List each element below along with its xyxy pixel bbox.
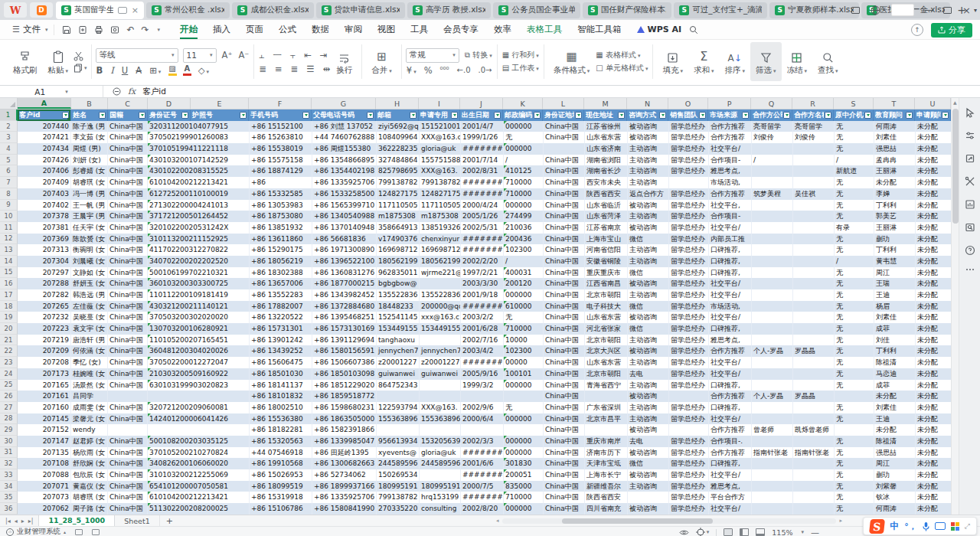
document-tab[interactable]: S国任财产保险样本.: [583, 2, 672, 18]
cell-O32[interactable]: 留学总经办: [669, 458, 709, 469]
document-tab[interactable]: S高学历 教授.xlsx: [407, 2, 491, 18]
cell-H29[interactable]: [377, 424, 420, 436]
cell-A15[interactable]: 207297: [18, 267, 71, 279]
cell-O34[interactable]: 留学总经办: [669, 481, 709, 492]
fx-icon[interactable]: fx: [128, 87, 136, 96]
filter-dropdown-icon[interactable]: [302, 112, 309, 119]
cell-L26[interactable]: China中国: [544, 391, 585, 402]
cell-Q19[interactable]: [752, 312, 793, 323]
cell-B33[interactable]: 包欣辰 (女: [71, 469, 108, 481]
cell-K27[interactable]: 无: [504, 402, 544, 413]
cell-P30[interactable]: 合作项目-.: [709, 436, 752, 447]
cell-Q26[interactable]: 个人-罗晶: [752, 391, 793, 402]
cell-L6[interactable]: China中国: [544, 165, 585, 177]
cell-G33[interactable]: +86 52734062: [312, 469, 377, 481]
cell-G12[interactable]: +86 56681836: [312, 234, 377, 245]
row-number[interactable]: 12: [0, 234, 18, 245]
cell-H2[interactable]: ziyi5692@q: [377, 121, 420, 132]
header-cell-G[interactable]: 父母电话号码: [312, 109, 376, 121]
cell-U12[interactable]: 未分配: [916, 234, 951, 245]
decrease-decimal-icon[interactable]: .0→: [478, 66, 493, 74]
italic-icon[interactable]: I: [109, 65, 115, 76]
cell-N35[interactable]: [628, 492, 669, 503]
cell-N32[interactable]: 微信: [628, 458, 669, 469]
cell-N17[interactable]: 主动咨询: [628, 289, 669, 301]
cell-C11[interactable]: China中国: [108, 222, 148, 234]
cell-K12[interactable]: 200436: [504, 234, 544, 245]
cell-T20[interactable]: 成菲: [874, 323, 916, 335]
cell-H22[interactable]: jennychen7: [377, 345, 420, 357]
cell-Q5[interactable]: /: [752, 155, 793, 166]
cell-O2[interactable]: 留学总经办: [669, 121, 709, 132]
cell-K5[interactable]: /: [504, 155, 544, 166]
cell-J23[interactable]: ########: [461, 357, 504, 368]
cell-J36[interactable]: 2002/8/20: [461, 503, 504, 515]
clear-format-icon[interactable]: ◇▾: [198, 65, 210, 76]
cell-L3[interactable]: China中国: [544, 132, 585, 143]
cell-F12[interactable]: +86 13611860: [250, 234, 312, 245]
header-cell-F[interactable]: 手机号码: [249, 109, 312, 121]
cell-M16[interactable]: 江西省南昌: [585, 278, 628, 289]
cell-I32[interactable]: 244589596: [420, 458, 461, 469]
font-color-icon[interactable]: A: [183, 65, 191, 76]
cell-P20[interactable]: 口碑推荐,: [709, 323, 752, 335]
cell-G31[interactable]: +86 田延岭1395: [312, 447, 377, 459]
cell-O26[interactable]: [669, 391, 709, 402]
cell-P26[interactable]: 合作方推荐: [709, 391, 752, 402]
cell-D16[interactable]: 360103200303300725: [148, 278, 250, 289]
cell-A16[interactable]: 207288: [18, 278, 71, 289]
cell-G13[interactable]: +86 1971300890: [312, 244, 377, 256]
cell-O4[interactable]: 留学总经办: [669, 143, 709, 155]
filter-dropdown-icon[interactable]: [699, 112, 706, 119]
cell-A35[interactable]: 207073: [18, 492, 71, 503]
cell-A22[interactable]: 207209: [18, 345, 71, 357]
cell-H15[interactable]: 962835011: [377, 267, 420, 279]
cell-A20[interactable]: 207223: [18, 323, 71, 335]
cell-S34[interactable]: 无: [835, 481, 874, 492]
vertical-scroll-thumb[interactable]: [952, 109, 959, 224]
cell-A36[interactable]: 207062: [18, 503, 71, 515]
cell-B23[interactable]: 季忆 (女): [71, 357, 108, 368]
row-number[interactable]: 27: [0, 402, 18, 413]
cell-U3[interactable]: 未分配: [916, 132, 951, 143]
cell-K18[interactable]: 610000: [504, 301, 544, 312]
filter-dropdown-icon[interactable]: [451, 112, 458, 119]
cell-S2[interactable]: 无: [835, 121, 874, 132]
cell-D22[interactable]: 360481200304020026: [148, 345, 250, 357]
cell-N34[interactable]: 主动咨询: [628, 481, 669, 492]
cell-Q33[interactable]: [752, 469, 793, 481]
cell-N21[interactable]: 主动咨询: [628, 335, 669, 346]
cell-A18[interactable]: 207265: [18, 301, 71, 312]
cell-A27[interactable]: 207160: [18, 402, 71, 413]
cell-D30[interactable]: 500108200203035125: [148, 436, 250, 447]
chart-edit-icon[interactable]: [965, 199, 975, 210]
cell-F11[interactable]: +86 13851932: [250, 222, 312, 234]
cell-T30[interactable]: 陈祖清: [874, 436, 916, 447]
cell-A32[interactable]: 207108: [18, 458, 71, 469]
cell-G23[interactable]: +86 1506607386: [312, 357, 377, 368]
cell-R18[interactable]: [793, 301, 835, 312]
cell-T14[interactable]: 黄韦慧: [874, 256, 916, 267]
cell-R32[interactable]: [793, 458, 835, 469]
cell-R14[interactable]: [793, 256, 835, 267]
align-right-icon[interactable]: ≣: [290, 64, 299, 74]
cell-L8[interactable]: China中国: [544, 188, 585, 200]
cell-N11[interactable]: 被动咨询: [628, 222, 669, 234]
cell-Q9[interactable]: [752, 200, 793, 211]
menu-item[interactable]: 审阅: [337, 21, 370, 38]
cell-F24[interactable]: +86 18501030: [250, 368, 312, 380]
cell-B12[interactable]: 陈歆赟 (女: [71, 234, 108, 245]
cell-A23[interactable]: 207208: [18, 357, 71, 368]
cell-O3[interactable]: 留学总经办: [669, 132, 709, 143]
cell-G24[interactable]: +86 1850103098: [312, 368, 377, 380]
row-number[interactable]: 28: [0, 413, 18, 425]
cell-S21[interactable]: 无: [835, 335, 874, 346]
cell-L10[interactable]: China中国: [544, 211, 585, 222]
cell-B7[interactable]: 胡睿琪 (女: [71, 177, 108, 188]
cell-A28[interactable]: 207145: [18, 413, 71, 425]
cell-H30[interactable]: 956613934: [377, 436, 420, 447]
cell-U5[interactable]: 未分配: [916, 155, 951, 166]
cell-G22[interactable]: +86 1580156591: [312, 345, 377, 357]
column-header-B[interactable]: B: [71, 98, 108, 109]
cell-N14[interactable]: 主动咨询: [628, 256, 669, 267]
